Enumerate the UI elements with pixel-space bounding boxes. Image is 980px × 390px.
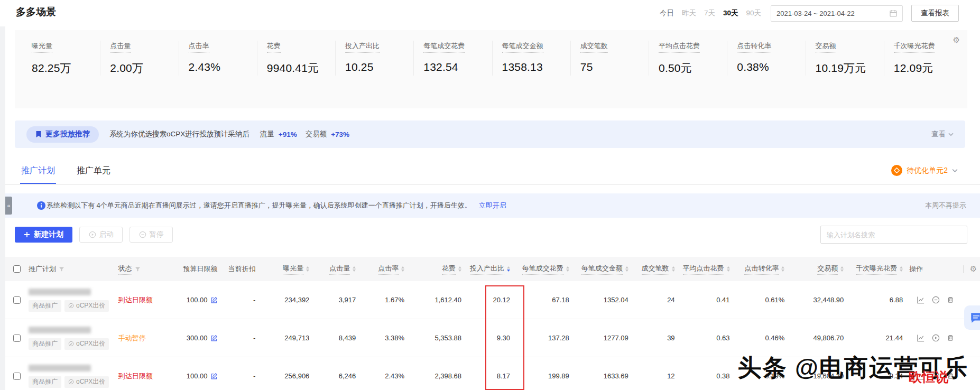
stat-item: 千次曝光花费 12.09元	[884, 41, 962, 76]
stat-item: 曝光量 82.25万	[22, 41, 100, 76]
cell-cvr: 0.46%	[736, 319, 791, 357]
chart-report-icon[interactable]	[917, 296, 925, 304]
recommend-badge-label: 更多投放推荐	[45, 129, 90, 139]
header-cell-avg_click_cost: 平均点击花费	[681, 257, 736, 281]
header-cell-exposure: 曝光量	[262, 257, 316, 281]
date-tab-3[interactable]: 30天	[723, 8, 738, 18]
sort-carets-icon[interactable]	[900, 266, 903, 272]
header-cell-gear: ⚙	[960, 257, 980, 281]
stat-label: 点击量	[110, 41, 131, 53]
chart-report-icon[interactable]	[917, 334, 925, 342]
edit-budget-icon[interactable]	[210, 373, 218, 380]
date-tab-1[interactable]: 昨天	[682, 8, 696, 18]
cell-amount_per_order: 1277.09	[604, 334, 628, 342]
tag-goods-promotion: 商品推广	[29, 338, 61, 350]
alert-enable-link[interactable]: 立即开启	[479, 201, 506, 210]
optimize-units-dropdown[interactable]: 待优化单元2	[891, 165, 958, 176]
cell-transaction: 32,448.90	[813, 296, 844, 304]
sort-carets-icon[interactable]	[781, 266, 784, 272]
stats-settings-gear-icon[interactable]: ⚙	[953, 35, 960, 45]
cell-avg_click_cost: 0.38	[716, 372, 729, 380]
cell-transaction: 49,806.70	[791, 319, 850, 357]
header-cell-status: 状态	[118, 257, 174, 281]
cell-ctr: 2.43%	[385, 372, 404, 380]
tab-promotion-plan[interactable]: 推广计划	[21, 165, 55, 177]
delete-plan-icon[interactable]	[947, 334, 954, 342]
stat-item: 每笔成交花费 132.54	[413, 41, 492, 76]
edit-budget-icon[interactable]	[210, 335, 218, 342]
cell-amount_per_order: 1352.04	[604, 296, 628, 304]
stat-value: 12.09元	[894, 61, 962, 76]
sidebar-collapse-handle[interactable]: «	[5, 197, 12, 215]
date-tab-0[interactable]: 今日	[660, 8, 674, 18]
optimize-diamond-icon	[891, 165, 902, 176]
pause-button[interactable]: 暂停	[130, 227, 173, 243]
page-title: 多多场景	[16, 5, 56, 19]
filter-funnel-icon[interactable]	[59, 266, 64, 272]
pause-plan-icon[interactable]	[932, 296, 940, 304]
cell-clicks: 8,439	[339, 334, 356, 342]
sort-carets-icon[interactable]	[401, 266, 404, 272]
delete-plan-icon[interactable]	[947, 296, 954, 304]
plus-icon	[24, 231, 30, 238]
sort-carets-icon[interactable]	[672, 266, 675, 272]
column-header-label: 操作	[909, 264, 923, 274]
status-badge: 到达日限额	[118, 372, 153, 381]
sort-carets-icon[interactable]	[727, 266, 730, 272]
recommend-badge[interactable]: 更多投放推荐	[26, 126, 99, 143]
cell-orders: 24	[635, 281, 681, 319]
new-plan-button[interactable]: 新建计划	[15, 227, 72, 243]
chevron-down-icon	[948, 133, 954, 136]
budget-value: 100.00	[187, 372, 208, 380]
edit-budget-icon[interactable]	[210, 296, 218, 304]
budget-value: 100.00	[187, 296, 208, 304]
view-report-button[interactable]: 查看报表	[911, 5, 959, 22]
date-tab-2[interactable]: 7天	[704, 8, 715, 18]
row-select-checkbox[interactable]	[13, 296, 21, 304]
stat-value: 0.38%	[737, 61, 805, 73]
filter-funnel-icon[interactable]	[135, 266, 141, 272]
cell-avg_click_cost: 0.63	[681, 319, 736, 357]
cell-spend: 2,398.68	[434, 372, 461, 380]
sort-carets-icon[interactable]	[566, 266, 569, 272]
sort-carets-icon[interactable]	[840, 266, 844, 272]
date-range-value: 2021-03-24 ~ 2021-04-22	[776, 10, 855, 17]
cell-budget: 100.00	[174, 357, 224, 390]
tab-promotion-unit[interactable]: 推广单元	[77, 165, 110, 177]
cell-clicks: 6,246	[316, 357, 362, 390]
cell-cpm: 21.44	[850, 319, 909, 357]
stats-overview-card: 曝光量 82.25万 点击量 2.00万 点击率 2.43% 花费 9940.4…	[15, 30, 967, 108]
stat-value: 9940.41元	[267, 61, 335, 76]
sort-carets-icon[interactable]	[507, 266, 510, 272]
column-settings-gear-icon[interactable]: ⚙	[970, 264, 977, 274]
row-select-checkbox[interactable]	[13, 373, 21, 380]
sort-carets-icon[interactable]	[625, 266, 628, 272]
row-select-checkbox[interactable]	[13, 335, 21, 342]
start-plan-icon[interactable]	[932, 334, 940, 342]
cell-budget: 100.00	[174, 281, 224, 319]
select-all-checkbox[interactable]	[13, 265, 21, 273]
sort-carets-icon[interactable]	[353, 266, 356, 272]
chevron-down-icon	[952, 169, 958, 173]
column-header-label: 点击量	[329, 264, 350, 275]
cell-spend: 1,612.40	[411, 281, 468, 319]
cell-transaction: 32,448.90	[791, 281, 850, 319]
alert-dismiss-link[interactable]: 本周不再提示	[925, 201, 966, 210]
sort-carets-icon[interactable]	[306, 266, 309, 272]
date-tab-4[interactable]: 90天	[746, 8, 761, 18]
cell-ctr: 1.67%	[385, 296, 404, 304]
cell-clicks: 6,246	[339, 372, 356, 380]
cell-spend: 1,612.40	[434, 296, 461, 304]
tag-goods-promotion: 商品推广	[29, 376, 61, 388]
recommend-view-link[interactable]: 查看	[931, 129, 954, 139]
header-controls: 今日昨天7天30天90天 2021-03-24 ~ 2021-04-22 查看报…	[660, 5, 959, 22]
plan-search-input[interactable]	[820, 226, 967, 244]
date-range-picker[interactable]: 2021-03-24 ~ 2021-04-22	[771, 5, 903, 22]
chat-widget-button[interactable]	[964, 305, 980, 330]
sort-carets-icon[interactable]	[458, 266, 461, 272]
column-header-label: 当前折扣	[228, 264, 255, 274]
plan-tags: 商品推广 oCPX出价	[29, 300, 109, 312]
cell-amount_per_order: 1277.09	[576, 319, 635, 357]
start-button[interactable]: 启动	[79, 227, 123, 243]
main-tabs: 推广计划 推广单元 待优化单元2	[5, 159, 980, 185]
